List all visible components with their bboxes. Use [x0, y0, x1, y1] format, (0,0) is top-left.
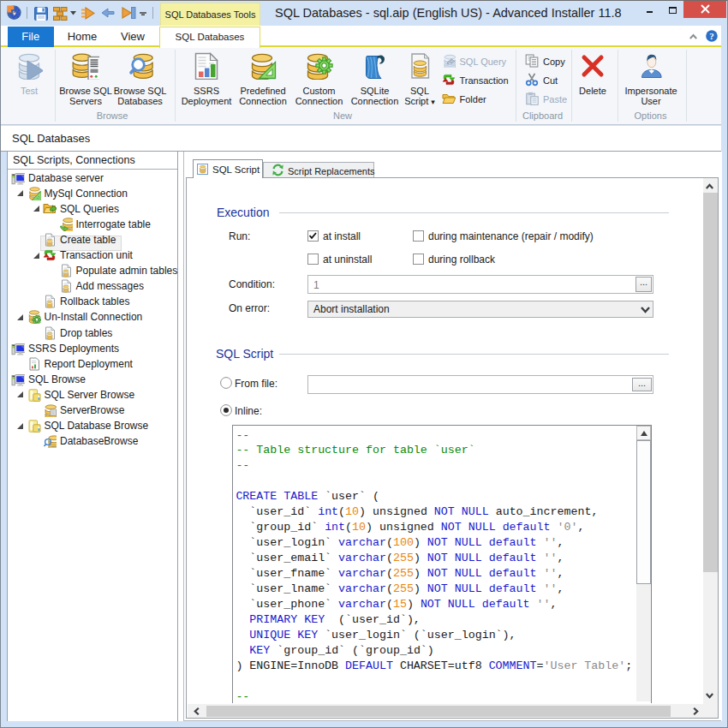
- svg-text:?: ?: [709, 31, 714, 41]
